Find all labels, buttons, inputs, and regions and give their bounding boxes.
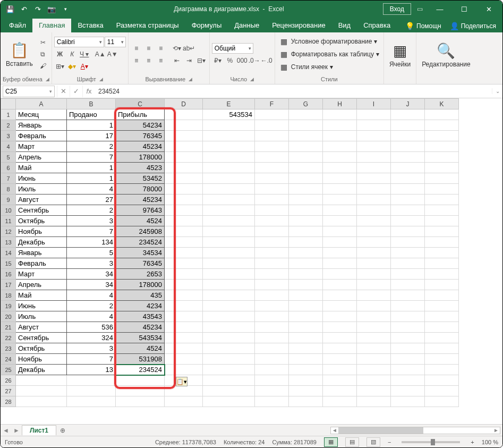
cell-E27[interactable] [203, 386, 255, 396]
cell-B13[interactable]: 134 [67, 237, 116, 248]
cell-E4[interactable] [203, 141, 255, 152]
sign-in-button[interactable]: Вход [383, 3, 411, 15]
cell-H20[interactable] [323, 311, 357, 322]
cell-I5[interactable] [357, 152, 391, 163]
cell-I22[interactable] [357, 333, 391, 343]
redo-icon[interactable]: ↷ [32, 4, 43, 14]
cell-E11[interactable] [203, 216, 255, 226]
cell-F13[interactable] [255, 237, 289, 248]
cell-H24[interactable] [323, 354, 357, 365]
cell-D3[interactable] [165, 131, 203, 141]
cell-K7[interactable] [425, 173, 459, 184]
cell-J18[interactable] [391, 290, 425, 301]
cell-H2[interactable] [323, 120, 357, 131]
cell-D6[interactable] [165, 163, 203, 173]
cell-B12[interactable]: 7 [67, 226, 116, 237]
cell-E9[interactable] [203, 195, 255, 205]
cell-D16[interactable] [165, 269, 203, 280]
cancel-formula-button[interactable]: ✕ [57, 86, 70, 97]
increase-font-button[interactable]: A▲ [95, 49, 106, 60]
cell-E20[interactable] [203, 311, 255, 322]
cell-B1[interactable]: Продано [67, 109, 116, 120]
select-all-cell[interactable] [1, 99, 16, 109]
editing-button[interactable]: 🔍 Редактирование [419, 37, 473, 73]
share-button[interactable]: 👤Поделиться [446, 20, 500, 32]
row-header-7[interactable]: 7 [1, 173, 16, 184]
cell-F19[interactable] [255, 301, 289, 311]
cell-F16[interactable] [255, 269, 289, 280]
cell-J12[interactable] [391, 226, 425, 237]
cell-E26[interactable] [203, 375, 255, 386]
cell-A15[interactable]: Февраль [16, 258, 67, 269]
cell-K20[interactable] [425, 311, 459, 322]
cell-E8[interactable] [203, 184, 255, 195]
cell-C21[interactable]: 45234 [116, 322, 165, 333]
cell-K9[interactable] [425, 195, 459, 205]
cell-F21[interactable] [255, 322, 289, 333]
cell-K1[interactable] [425, 109, 459, 120]
cell-B9[interactable]: 27 [67, 195, 116, 205]
cell-A20[interactable]: Июль [16, 311, 67, 322]
cell-H26[interactable] [323, 375, 357, 386]
cell-H11[interactable] [323, 216, 357, 226]
cell-G19[interactable] [289, 301, 323, 311]
cell-H4[interactable] [323, 141, 357, 152]
tab-help[interactable]: Справка [357, 19, 397, 32]
column-header-A[interactable]: A [16, 99, 67, 109]
cell-J16[interactable] [391, 269, 425, 280]
cell-C19[interactable]: 4234 [116, 301, 165, 311]
cell-I9[interactable] [357, 195, 391, 205]
cell-C1[interactable]: Прибыль [116, 109, 165, 120]
tab-data[interactable]: Данные [228, 19, 266, 32]
cell-J4[interactable] [391, 141, 425, 152]
row-header-21[interactable]: 21 [1, 322, 16, 333]
cell-K5[interactable] [425, 152, 459, 163]
cell-D8[interactable] [165, 184, 203, 195]
cell-D13[interactable] [165, 237, 203, 248]
percent-button[interactable]: % [224, 55, 236, 66]
cell-G27[interactable] [289, 386, 323, 396]
tab-formulas[interactable]: Формулы [185, 19, 228, 32]
cell-E6[interactable] [203, 163, 255, 173]
cell-D17[interactable] [165, 280, 203, 290]
cell-G9[interactable] [289, 195, 323, 205]
cell-F24[interactable] [255, 354, 289, 365]
cell-E17[interactable] [203, 280, 255, 290]
cell-G18[interactable] [289, 290, 323, 301]
cell-C8[interactable]: 78000 [116, 184, 165, 195]
decrease-font-button[interactable]: A▼ [107, 49, 118, 60]
cell-C9[interactable]: 45234 [116, 195, 165, 205]
cell-J11[interactable] [391, 216, 425, 226]
cell-K21[interactable] [425, 322, 459, 333]
cell-H12[interactable] [323, 226, 357, 237]
cell-I13[interactable] [357, 237, 391, 248]
cell-K26[interactable] [425, 375, 459, 386]
cell-A13[interactable]: Декабрь [16, 237, 67, 248]
cell-G3[interactable] [289, 131, 323, 141]
undo-icon[interactable]: ↶ [19, 4, 29, 14]
cell-J10[interactable] [391, 205, 425, 216]
close-button[interactable]: ✕ [477, 1, 500, 18]
cell-G28[interactable] [289, 396, 323, 407]
cell-I24[interactable] [357, 354, 391, 365]
cell-G14[interactable] [289, 248, 323, 258]
cell-C2[interactable]: 54234 [116, 120, 165, 131]
cell-B21[interactable]: 536 [67, 322, 116, 333]
cell-G24[interactable] [289, 354, 323, 365]
row-header-16[interactable]: 16 [1, 269, 16, 280]
cell-K14[interactable] [425, 248, 459, 258]
cell-F14[interactable] [255, 248, 289, 258]
expand-formula-bar-button[interactable]: ⌄ [492, 88, 502, 94]
row-header-18[interactable]: 18 [1, 290, 16, 301]
cell-B24[interactable]: 7 [67, 354, 116, 365]
cell-B8[interactable]: 4 [67, 184, 116, 195]
row-header-20[interactable]: 20 [1, 311, 16, 322]
sheet-nav-prev[interactable]: ◄ [1, 427, 11, 434]
cell-G23[interactable] [289, 343, 323, 354]
align-right-button[interactable]: ≡ [155, 55, 167, 66]
cell-A18[interactable]: Май [16, 290, 67, 301]
align-top-button[interactable]: ≡ [131, 43, 142, 54]
cell-G25[interactable] [289, 365, 323, 375]
cell-K17[interactable] [425, 280, 459, 290]
column-header-E[interactable]: E [203, 99, 255, 109]
